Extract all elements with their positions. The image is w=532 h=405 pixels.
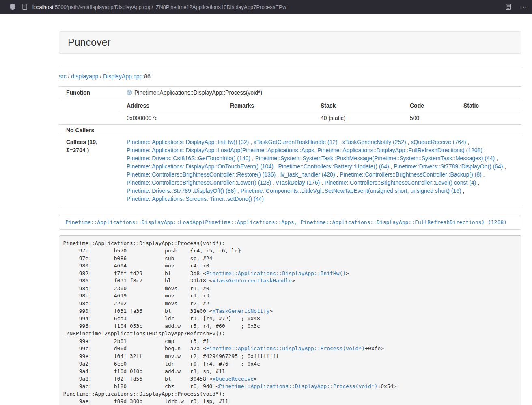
callee-link[interactable]: Pinetime::Controllers::BrightnessControl… bbox=[325, 179, 476, 186]
callee-link[interactable]: Pinetime::Components::LittleVgl::SetNewT… bbox=[241, 187, 461, 194]
callee-link[interactable]: Pinetime::Controllers::BrightnessControl… bbox=[127, 171, 276, 178]
url-host: localhost bbox=[32, 4, 53, 10]
details-row: Address Remarks Stack Code Static 0x0000… bbox=[59, 99, 521, 125]
callee-link[interactable]: Pinetime::System::SystemTask::PushMessag… bbox=[255, 155, 495, 162]
function-row-label: Function bbox=[59, 87, 118, 99]
breadcrumb-link[interactable]: displayapp bbox=[71, 73, 98, 80]
details-value-row: 0x0000097c 40 (static) 500 bbox=[118, 112, 521, 125]
code-symbol-link[interactable]: xQueueReceive bbox=[212, 376, 254, 382]
breadcrumb-link[interactable]: DisplayApp.cpp: bbox=[103, 73, 144, 80]
function-symbol-icon bbox=[127, 89, 132, 97]
callee-link[interactable]: xTaskGenericNotify (252) bbox=[342, 139, 406, 145]
callee-link[interactable]: xTaskGetCurrentTaskHandle (12) bbox=[254, 139, 338, 145]
callee-link[interactable]: Pinetime::Controllers::BrightnessControl… bbox=[340, 171, 481, 178]
code-symbol-link[interactable]: Pinetime::Applications::DisplayApp::Proc… bbox=[206, 345, 365, 351]
column-header-address: Address bbox=[118, 99, 221, 112]
callees-row: Callees (19, Σ=3704 ) Pinetime::Applicat… bbox=[59, 136, 521, 205]
column-header-static: Static bbox=[454, 99, 521, 112]
callee-link[interactable]: Pinetime::Applications::DisplayApp::OnTo… bbox=[127, 163, 274, 170]
breadcrumb: src / displayapp / DisplayApp.cpp:86 bbox=[59, 72, 521, 80]
breadcrumb-line-number: 86 bbox=[144, 73, 151, 80]
reader-view-icon[interactable] bbox=[505, 4, 512, 10]
callee-link[interactable]: vTaskDelay (176) bbox=[276, 179, 320, 186]
details-table: Address Remarks Stack Code Static 0x0000… bbox=[118, 99, 521, 124]
details-header-row: Address Remarks Stack Code Static bbox=[118, 99, 521, 112]
callee-link[interactable]: lv_task_handler (420) bbox=[280, 171, 335, 178]
cell-code: 500 bbox=[401, 112, 454, 125]
url-path: :5000/path/src/displayapp/DisplayApp.cpp… bbox=[53, 4, 286, 10]
cell-address: 0x0000097c bbox=[118, 112, 221, 125]
callees-list: Pinetime::Applications::DisplayApp::Init… bbox=[118, 136, 521, 205]
callee-link[interactable]: Pinetime::Drivers::St7789::DisplayOn() (… bbox=[394, 163, 503, 170]
disassembly-block: Pinetime::Applications::DisplayApp::Proc… bbox=[59, 235, 521, 405]
url-bar[interactable]: localhost:5000/path/src/displayapp/Displ… bbox=[32, 4, 500, 10]
callee-link[interactable]: Pinetime::Controllers::Battery::Update()… bbox=[278, 163, 389, 170]
callee-link[interactable]: Pinetime::Drivers::St7789::DisplayOff() … bbox=[127, 187, 236, 194]
overflow-menu-icon[interactable]: ⋯ bbox=[520, 4, 527, 11]
code-section-header: Pinetime::Applications::DisplayApp::Load… bbox=[59, 215, 521, 230]
divider bbox=[59, 66, 521, 66]
callee-link[interactable]: xQueueReceive (764) bbox=[411, 139, 466, 145]
column-header-code: Code bbox=[401, 99, 454, 112]
no-callers-row: No Callers bbox=[59, 125, 521, 136]
breadcrumb-separator: / bbox=[98, 73, 103, 80]
column-header-remarks: Remarks bbox=[221, 99, 312, 112]
function-table: Function Pinetime::Applications::Display… bbox=[59, 86, 521, 205]
callee-link[interactable]: Pinetime::Applications::DisplayApp::Load… bbox=[127, 147, 482, 153]
function-row: Function Pinetime::Applications::Display… bbox=[59, 87, 521, 99]
callees-label: Callees (19, Σ=3704 ) bbox=[59, 136, 118, 205]
callee-link[interactable]: Pinetime::Applications::DisplayApp::Init… bbox=[127, 139, 249, 145]
code-symbol-link[interactable]: xTaskGetCurrentTaskHandle bbox=[212, 278, 292, 284]
callee-link[interactable]: Pinetime::Applications::Screens::Timer::… bbox=[127, 196, 264, 202]
cell-remarks bbox=[221, 112, 312, 125]
function-signature: Pinetime::Applications::DisplayApp::Proc… bbox=[134, 89, 262, 96]
code-symbol-link[interactable]: Pinetime::Applications::DisplayApp::Proc… bbox=[219, 383, 377, 389]
page-icon[interactable] bbox=[22, 4, 28, 10]
page-title: Puncover bbox=[68, 37, 513, 48]
code-symbol-link[interactable]: xTaskGenericNotify bbox=[212, 308, 269, 314]
empty-cell bbox=[59, 99, 118, 125]
cell-stack: 40 (static) bbox=[312, 112, 401, 125]
code-header-symbol-link[interactable]: Pinetime::Applications::DisplayApp::Load… bbox=[65, 219, 507, 225]
code-symbol-link[interactable]: Pinetime::Applications::DisplayApp::Init… bbox=[206, 270, 346, 276]
page-header-card: Puncover bbox=[59, 31, 521, 54]
callee-link[interactable]: Pinetime::Drivers::Cst816S::GetTouchInfo… bbox=[127, 155, 250, 162]
breadcrumb-link[interactable]: src bbox=[59, 73, 67, 80]
page-container: Puncover src / displayapp / DisplayApp.c… bbox=[59, 31, 521, 405]
breadcrumb-separator: / bbox=[67, 73, 71, 80]
no-callers-label: No Callers bbox=[59, 125, 118, 136]
cell-static bbox=[454, 112, 521, 125]
column-header-stack: Stack bbox=[312, 99, 401, 112]
browser-toolbar: localhost:5000/path/src/displayapp/Displ… bbox=[0, 0, 532, 14]
callee-link[interactable]: Pinetime::Controllers::BrightnessControl… bbox=[127, 179, 271, 186]
tracking-protection-shield-icon[interactable] bbox=[9, 3, 16, 11]
